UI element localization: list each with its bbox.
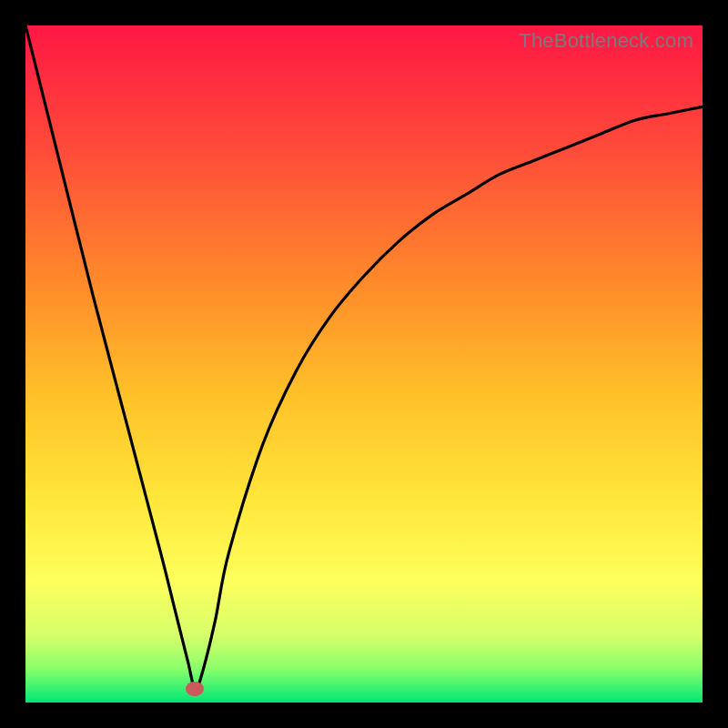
chart-plot [25,25,703,703]
chart-frame: TheBottleneck.com [25,25,703,703]
minimum-marker [186,682,204,696]
watermark-label: TheBottleneck.com [519,29,693,53]
gradient-background [25,25,703,703]
